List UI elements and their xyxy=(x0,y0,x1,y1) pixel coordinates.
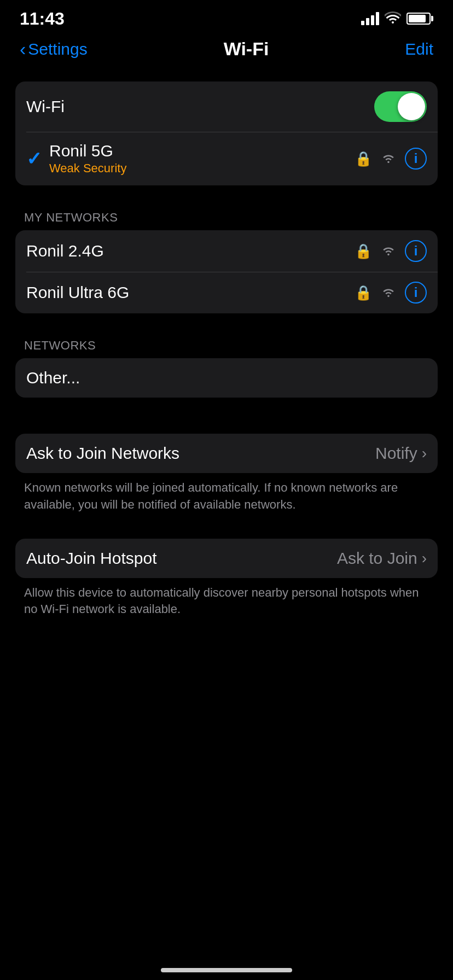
ask-to-join-chevron-icon: › xyxy=(422,445,427,462)
network-row-0[interactable]: Ronil 2.4G 🔒 i xyxy=(15,230,438,272)
wifi-toggle-card: Wi-Fi ✓ Ronil 5G Weak Security 🔒 xyxy=(15,81,438,185)
info-icon-0: i xyxy=(414,243,418,259)
ask-to-join-value: Notify xyxy=(375,444,417,463)
info-icon: i xyxy=(414,151,418,166)
status-time: 11:43 xyxy=(20,9,65,29)
connected-network-info-button[interactable]: i xyxy=(405,148,427,170)
auto-join-hotspot-row[interactable]: Auto-Join Hotspot Ask to Join › xyxy=(15,539,438,578)
other-network-label: Other... xyxy=(26,369,427,387)
wifi-status-icon xyxy=(385,10,401,27)
wifi-signal-icon-0 xyxy=(380,243,397,259)
checkmark-icon: ✓ xyxy=(26,148,42,170)
other-network-row[interactable]: Other... xyxy=(15,358,438,398)
connected-network-row[interactable]: ✓ Ronil 5G Weak Security 🔒 i xyxy=(15,132,438,185)
my-networks-label: MY NETWORKS xyxy=(24,211,438,225)
signal-bars-icon xyxy=(361,12,379,25)
auto-join-hotspot-section: Auto-Join Hotspot Ask to Join › Allow th… xyxy=(15,539,438,619)
network-info-button-1[interactable]: i xyxy=(405,282,427,304)
back-label: Settings xyxy=(28,40,87,59)
networks-section: NETWORKS Other... xyxy=(15,339,438,398)
ask-to-join-label: Ask to Join Networks xyxy=(26,444,375,463)
connected-network-info: Ronil 5G Weak Security xyxy=(49,142,355,176)
lock-icon-1: 🔒 xyxy=(355,284,372,301)
back-button[interactable]: ‹ Settings xyxy=(20,38,88,60)
my-networks-card: Ronil 2.4G 🔒 i Ronil Ultra 6G 🔒 xyxy=(15,230,438,313)
wifi-signal-icon-1 xyxy=(380,285,397,300)
auto-join-hotspot-value-group: Ask to Join › xyxy=(337,549,427,568)
back-chevron-icon: ‹ xyxy=(20,38,26,60)
ask-to-join-row[interactable]: Ask to Join Networks Notify › xyxy=(15,434,438,473)
auto-join-hotspot-label: Auto-Join Hotspot xyxy=(26,549,337,568)
ask-to-join-section: Ask to Join Networks Notify › Known netw… xyxy=(15,434,438,514)
wifi-toggle[interactable] xyxy=(374,91,427,122)
home-indicator xyxy=(161,968,292,972)
wifi-signal-icon xyxy=(380,151,397,166)
ask-to-join-description: Known networks will be joined automatica… xyxy=(24,480,429,514)
wifi-label: Wi-Fi xyxy=(26,97,374,116)
network-icons-1: 🔒 i xyxy=(355,282,427,304)
page-title: Wi-Fi xyxy=(224,38,269,60)
network-name-0: Ronil 2.4G xyxy=(26,242,355,260)
lock-icon-0: 🔒 xyxy=(355,243,372,260)
network-row-1[interactable]: Ronil Ultra 6G 🔒 i xyxy=(15,272,438,313)
auto-join-hotspot-chevron-icon: › xyxy=(422,550,427,567)
auto-join-hotspot-description: Allow this device to automatically disco… xyxy=(24,585,429,619)
ask-to-join-value-group: Notify › xyxy=(375,444,427,463)
networks-label: NETWORKS xyxy=(24,339,438,353)
network-name-1: Ronil Ultra 6G xyxy=(26,283,355,302)
connected-network-icons: 🔒 i xyxy=(355,148,427,170)
auto-join-hotspot-card: Auto-Join Hotspot Ask to Join › xyxy=(15,539,438,578)
connected-network-name: Ronil 5G xyxy=(49,142,355,160)
battery-icon xyxy=(406,13,433,25)
nav-bar: ‹ Settings Wi-Fi Edit xyxy=(0,33,453,71)
toggle-thumb xyxy=(398,93,425,120)
wifi-toggle-row: Wi-Fi xyxy=(15,81,438,132)
network-info-button-0[interactable]: i xyxy=(405,240,427,262)
lock-icon: 🔒 xyxy=(355,150,372,167)
ask-to-join-card: Ask to Join Networks Notify › xyxy=(15,434,438,473)
edit-button[interactable]: Edit xyxy=(405,40,433,59)
auto-join-hotspot-value: Ask to Join xyxy=(337,549,417,568)
networks-card: Other... xyxy=(15,358,438,398)
status-icons xyxy=(361,10,433,27)
status-bar: 11:43 xyxy=(0,0,453,33)
my-networks-section: MY NETWORKS Ronil 2.4G 🔒 i Ron xyxy=(15,211,438,313)
network-icons-0: 🔒 i xyxy=(355,240,427,262)
connected-network-sublabel: Weak Security xyxy=(49,161,355,176)
wifi-toggle-section: Wi-Fi ✓ Ronil 5G Weak Security 🔒 xyxy=(15,81,438,185)
info-icon-1: i xyxy=(414,285,418,300)
